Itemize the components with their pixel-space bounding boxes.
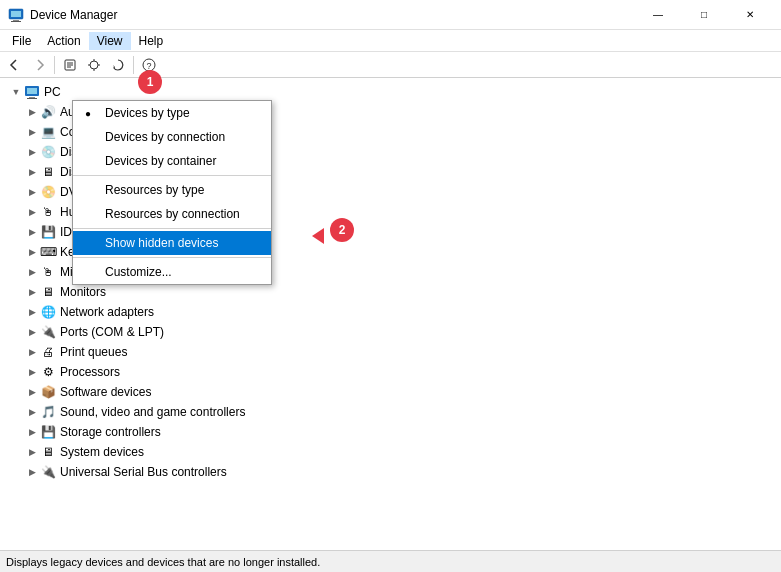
menu-resources-by-connection[interactable]: Resources by connection <box>73 202 271 226</box>
forward-button[interactable] <box>28 54 50 76</box>
tree-root[interactable]: ▼ PC <box>0 82 781 102</box>
menu-file[interactable]: File <box>4 32 39 50</box>
expand-icon[interactable]: ▶ <box>24 284 40 300</box>
expand-icon[interactable]: ▼ <box>8 84 24 100</box>
expand-icon[interactable]: ▶ <box>24 404 40 420</box>
properties-button[interactable] <box>59 54 81 76</box>
expand-icon[interactable]: ▶ <box>24 384 40 400</box>
list-item[interactable]: ▶ 🎵 Sound, video and game controllers <box>0 402 781 422</box>
view-dropdown-menu: ● Devices by type Devices by connection … <box>72 100 272 285</box>
menu-separator-1 <box>73 175 271 176</box>
menu-item-label: Resources by connection <box>105 207 240 221</box>
check-icon: ● <box>85 108 101 119</box>
expand-icon[interactable]: ▶ <box>24 344 40 360</box>
close-button[interactable]: ✕ <box>727 0 773 30</box>
main-area: ▼ PC ▶ 🔊 Aud... ▶ 💻 Com... ▶ 💿 <box>0 78 781 550</box>
toolbar: ? <box>0 52 781 78</box>
usb-icon: 🔌 <box>40 464 56 480</box>
item-label: Storage controllers <box>60 425 161 439</box>
menu-help[interactable]: Help <box>131 32 172 50</box>
toolbar-separator-2 <box>133 56 134 74</box>
menu-item-label: Devices by type <box>105 106 190 120</box>
network-icon: 🌐 <box>40 304 56 320</box>
storage-icon: 💾 <box>40 424 56 440</box>
menu-view[interactable]: View <box>89 32 131 50</box>
menu-customize[interactable]: Customize... <box>73 260 271 284</box>
back-button[interactable] <box>4 54 26 76</box>
hum-icon: 🖱 <box>40 204 56 220</box>
expand-icon[interactable]: ▶ <box>24 364 40 380</box>
item-label: Universal Serial Bus controllers <box>60 465 227 479</box>
svg-rect-1 <box>11 11 21 17</box>
list-item[interactable]: ▶ ⚙ Processors <box>0 362 781 382</box>
menu-item-label: Devices by container <box>105 154 216 168</box>
expand-icon[interactable]: ▶ <box>24 264 40 280</box>
menu-separator-3 <box>73 257 271 258</box>
expand-icon[interactable]: ▶ <box>24 124 40 140</box>
minimize-button[interactable]: — <box>635 0 681 30</box>
svg-rect-3 <box>11 21 21 22</box>
update-button[interactable] <box>107 54 129 76</box>
menu-item-label: Resources by type <box>105 183 204 197</box>
item-label: Network adapters <box>60 305 154 319</box>
svg-rect-19 <box>27 98 37 99</box>
expand-icon[interactable]: ▶ <box>24 224 40 240</box>
item-label: System devices <box>60 445 144 459</box>
menu-item-label: Devices by connection <box>105 130 225 144</box>
toolbar-separator-1 <box>54 56 55 74</box>
menu-item-label: Customize... <box>105 265 172 279</box>
sound-icon: 🎵 <box>40 404 56 420</box>
expand-icon[interactable]: ▶ <box>24 424 40 440</box>
item-label: Monitors <box>60 285 106 299</box>
expand-icon[interactable]: ▶ <box>24 164 40 180</box>
expand-icon[interactable]: ▶ <box>24 104 40 120</box>
mice-icon: 🖱 <box>40 264 56 280</box>
expand-icon[interactable]: ▶ <box>24 204 40 220</box>
item-label: Ports (COM & LPT) <box>60 325 164 339</box>
monitor-icon: 🖥 <box>40 284 56 300</box>
menu-devices-by-container[interactable]: Devices by container <box>73 149 271 173</box>
scan-button[interactable] <box>83 54 105 76</box>
expand-icon[interactable]: ▶ <box>24 444 40 460</box>
dvd-icon: 📀 <box>40 184 56 200</box>
expand-icon[interactable]: ▶ <box>24 464 40 480</box>
item-label: Print queues <box>60 345 127 359</box>
status-bar: Displays legacy devices and devices that… <box>0 550 781 572</box>
menu-devices-by-type[interactable]: ● Devices by type <box>73 101 271 125</box>
menu-devices-by-connection[interactable]: Devices by connection <box>73 125 271 149</box>
list-item[interactable]: ▶ 📦 Software devices <box>0 382 781 402</box>
expand-icon[interactable]: ▶ <box>24 324 40 340</box>
list-item[interactable]: ▶ 🖨 Print queues <box>0 342 781 362</box>
svg-rect-18 <box>29 97 35 98</box>
menu-separator-2 <box>73 228 271 229</box>
list-item[interactable]: ▶ 💾 Storage controllers <box>0 422 781 442</box>
item-label: Sound, video and game controllers <box>60 405 245 419</box>
menu-bar: File Action View Help <box>0 30 781 52</box>
expand-icon[interactable]: ▶ <box>24 184 40 200</box>
item-label: Processors <box>60 365 120 379</box>
svg-rect-17 <box>27 88 37 94</box>
list-item[interactable]: ▶ 🌐 Network adapters <box>0 302 781 322</box>
maximize-button[interactable]: □ <box>681 0 727 30</box>
ports-icon: 🔌 <box>40 324 56 340</box>
svg-text:?: ? <box>146 61 151 71</box>
help-button[interactable]: ? <box>138 54 160 76</box>
list-item[interactable]: ▶ 🖥 Monitors <box>0 282 781 302</box>
menu-resources-by-type[interactable]: Resources by type <box>73 178 271 202</box>
audio-icon: 🔊 <box>40 104 56 120</box>
com-icon: 💻 <box>40 124 56 140</box>
list-item[interactable]: ▶ 🔌 Ports (COM & LPT) <box>0 322 781 342</box>
root-label: PC <box>44 85 61 99</box>
menu-action[interactable]: Action <box>39 32 88 50</box>
list-item[interactable]: ▶ 🖥 System devices <box>0 442 781 462</box>
title-bar: Device Manager — □ ✕ <box>0 0 781 30</box>
menu-show-hidden-devices[interactable]: Show hidden devices <box>73 231 271 255</box>
expand-icon[interactable]: ▶ <box>24 304 40 320</box>
expand-icon[interactable]: ▶ <box>24 244 40 260</box>
svg-point-8 <box>90 61 98 69</box>
expand-icon[interactable]: ▶ <box>24 144 40 160</box>
processor-icon: ⚙ <box>40 364 56 380</box>
menu-item-label: Show hidden devices <box>105 236 218 250</box>
disk-icon: 💿 <box>40 144 56 160</box>
list-item[interactable]: ▶ 🔌 Universal Serial Bus controllers <box>0 462 781 482</box>
